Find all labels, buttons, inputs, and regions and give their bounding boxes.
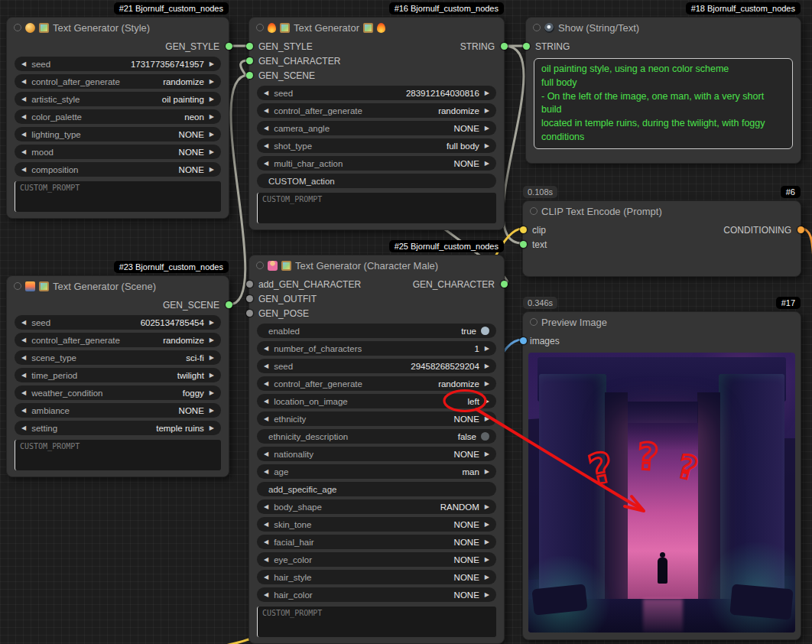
decrement-arrow-icon[interactable]: ◀ (264, 90, 268, 96)
widget-artistic_style[interactable]: ◀ artistic_style oil painting ▶ (15, 92, 221, 106)
decrement-arrow-icon[interactable]: ◀ (264, 398, 268, 405)
widget-eye_color[interactable]: ◀ eye_color NONE ▶ (257, 552, 496, 567)
output-port-gen-style[interactable] (226, 43, 232, 50)
increment-arrow-icon[interactable]: ▶ (485, 363, 489, 369)
widget-age[interactable]: ◀ age man ▶ (257, 464, 496, 479)
input-port-gen-character[interactable] (246, 57, 253, 64)
increment-arrow-icon[interactable]: ▶ (485, 469, 489, 475)
node-show-string-text[interactable]: #18 Bjornulf_custom_nodes Show (String/T… (525, 17, 801, 164)
collapse-toggle-icon[interactable] (14, 24, 21, 31)
increment-arrow-icon[interactable]: ▶ (209, 167, 214, 173)
widget-shot_type[interactable]: ◀ shot_type full body ▶ (257, 138, 496, 153)
input-port-text[interactable] (520, 241, 527, 248)
custom-prompt-textarea[interactable]: CUSTOM_PROMPT (257, 607, 496, 637)
decrement-arrow-icon[interactable]: ◀ (264, 125, 268, 132)
decrement-arrow-icon[interactable]: ◀ (264, 592, 268, 598)
node-header[interactable]: Text Generator (Style) (7, 18, 229, 37)
increment-arrow-icon[interactable]: ▶ (209, 96, 214, 102)
decrement-arrow-icon[interactable]: ◀ (264, 504, 268, 510)
toggle-indicator[interactable] (481, 432, 489, 441)
widget-enabled[interactable]: ◀ enabled true ▶ (257, 324, 496, 338)
increment-arrow-icon[interactable]: ▶ (209, 337, 214, 343)
node-header[interactable]: Text Generator (Character Male) (249, 255, 504, 275)
decrement-arrow-icon[interactable]: ◀ (264, 539, 268, 545)
widget-control_after_generate[interactable]: ◀ control_after_generate randomize ▶ (15, 333, 221, 347)
input-port-add-gen-character[interactable] (246, 281, 253, 288)
increment-arrow-icon[interactable]: ▶ (485, 451, 489, 457)
decrement-arrow-icon[interactable]: ◀ (264, 108, 268, 114)
node-text-generator-style[interactable]: #21 Bjornulf_custom_nodes Text Generator… (6, 17, 229, 219)
increment-arrow-icon[interactable]: ▶ (485, 346, 489, 352)
output-port-string[interactable] (501, 43, 508, 50)
decrement-arrow-icon[interactable]: ◀ (21, 372, 26, 379)
decrement-arrow-icon[interactable]: ◀ (264, 363, 268, 369)
node-text-generator-character-male[interactable]: #25 Bjornulf_custom_nodes Text Generator… (248, 255, 505, 644)
widget-ethnicity[interactable]: ◀ ethnicity NONE ▶ (257, 411, 496, 426)
node-header[interactable]: Show (String/Text) (526, 18, 801, 37)
output-port-gen-scene[interactable] (226, 301, 232, 308)
increment-arrow-icon[interactable]: ▶ (209, 149, 214, 155)
input-port-string[interactable] (523, 43, 530, 50)
widget-number_of_characters[interactable]: ◀ number_of_characters 1 ▶ (257, 341, 496, 356)
widget-ambiance[interactable]: ◀ ambiance NONE ▶ (15, 403, 221, 418)
decrement-arrow-icon[interactable]: ◀ (264, 451, 268, 457)
increment-arrow-icon[interactable]: ▶ (485, 416, 489, 422)
decrement-arrow-icon[interactable]: ◀ (264, 161, 268, 167)
input-port-gen-outfit[interactable] (246, 295, 253, 302)
decrement-arrow-icon[interactable]: ◀ (21, 114, 26, 120)
collapse-toggle-icon[interactable] (256, 262, 264, 269)
widget-seed[interactable]: ◀ seed 6025134785454 ▶ (15, 315, 221, 330)
decrement-arrow-icon[interactable]: ◀ (21, 167, 26, 173)
increment-arrow-icon[interactable]: ▶ (485, 108, 489, 114)
increment-arrow-icon[interactable]: ▶ (485, 592, 489, 598)
decrement-arrow-icon[interactable]: ◀ (264, 143, 268, 149)
node-text-generator[interactable]: #16 Bjornulf_custom_nodes Text Generator… (248, 17, 505, 230)
node-header[interactable]: CLIP Text Encode (Prompt) (523, 201, 801, 221)
decrement-arrow-icon[interactable]: ◀ (264, 469, 268, 475)
widget-control_after_generate[interactable]: ◀ control_after_generate randomize ▶ (257, 376, 496, 391)
widget-camera_angle[interactable]: ◀ camera_angle NONE ▶ (257, 121, 496, 135)
decrement-arrow-icon[interactable]: ◀ (21, 149, 26, 155)
output-port-conditioning[interactable] (797, 226, 804, 233)
widget-seed[interactable]: ◀ seed 29458268529204 ▶ (257, 359, 496, 373)
increment-arrow-icon[interactable]: ▶ (485, 125, 489, 132)
widget-scene_type[interactable]: ◀ scene_type sci-fi ▶ (15, 350, 221, 365)
widget-time_period[interactable]: ◀ time_period twilight ▶ (15, 368, 221, 382)
decrement-arrow-icon[interactable]: ◀ (21, 337, 26, 343)
decrement-arrow-icon[interactable]: ◀ (264, 574, 268, 581)
increment-arrow-icon[interactable]: ▶ (209, 390, 214, 396)
input-port-gen-scene[interactable] (246, 72, 253, 79)
node-clip-text-encode[interactable]: 0.108s #6 CLIP Text Encode (Prompt) clip… (522, 200, 801, 277)
increment-arrow-icon[interactable]: ▶ (209, 425, 214, 431)
widget-color_palette[interactable]: ◀ color_palette neon ▶ (15, 109, 221, 124)
show-text-output[interactable]: oil painting style, using a neon color s… (534, 58, 793, 149)
increment-arrow-icon[interactable]: ▶ (485, 143, 489, 149)
widget-control_after_generate[interactable]: ◀ control_after_generate randomize ▶ (15, 74, 221, 89)
widget-hair_style[interactable]: ◀ hair_style NONE ▶ (257, 570, 496, 584)
node-preview-image[interactable]: 0.346s #17 Preview Image images (522, 311, 801, 640)
increment-arrow-icon[interactable]: ▶ (485, 504, 489, 510)
node-text-generator-scene[interactable]: #23 Bjornulf_custom_nodes Text Generator… (6, 275, 229, 477)
collapse-toggle-icon[interactable] (256, 24, 264, 31)
decrement-arrow-icon[interactable]: ◀ (21, 132, 26, 138)
increment-arrow-icon[interactable]: ▶ (209, 355, 214, 361)
node-header[interactable]: Text Generator (249, 18, 504, 37)
node-graph-canvas[interactable]: #21 Bjornulf_custom_nodes Text Generator… (0, 0, 812, 644)
widget-lighting_type[interactable]: ◀ lighting_type NONE ▶ (15, 127, 221, 141)
input-port-gen-pose[interactable] (246, 310, 253, 317)
decrement-arrow-icon[interactable]: ◀ (21, 61, 26, 67)
widget-skin_tone[interactable]: ◀ skin_tone NONE ▶ (257, 517, 496, 532)
increment-arrow-icon[interactable]: ▶ (485, 90, 489, 96)
increment-arrow-icon[interactable]: ▶ (485, 522, 489, 528)
increment-arrow-icon[interactable]: ▶ (209, 372, 214, 379)
decrement-arrow-icon[interactable]: ◀ (264, 522, 268, 528)
node-header[interactable]: Text Generator (Scene) (7, 276, 229, 296)
decrement-arrow-icon[interactable]: ◀ (264, 557, 268, 563)
widget-seed[interactable]: ◀ seed 283912164030816 ▶ (257, 86, 496, 100)
input-port-images[interactable] (520, 337, 527, 344)
custom-prompt-textarea[interactable]: CUSTOM_PROMPT (257, 193, 496, 223)
input-port-gen-style[interactable] (246, 43, 253, 50)
increment-arrow-icon[interactable]: ▶ (485, 539, 489, 545)
toggle-indicator[interactable] (481, 327, 489, 335)
decrement-arrow-icon[interactable]: ◀ (21, 320, 26, 326)
